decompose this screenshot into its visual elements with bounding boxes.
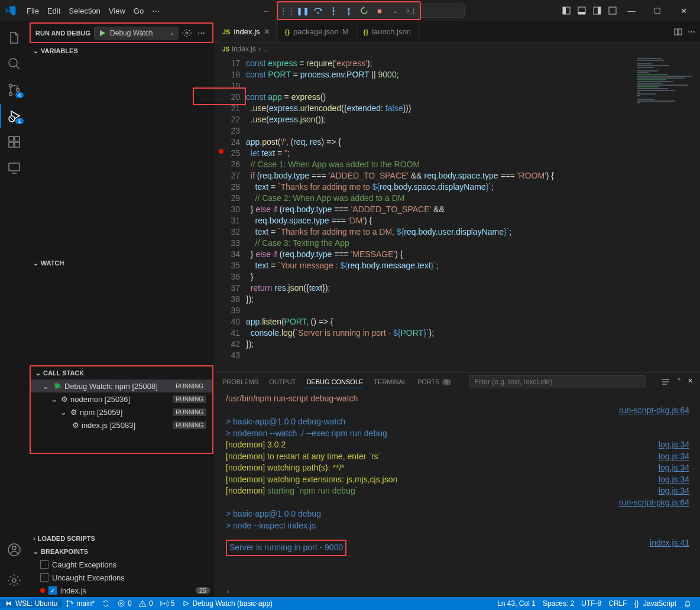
tab-ports[interactable]: PORTS5 [417, 376, 451, 388]
layout-4-icon[interactable] [605, 4, 620, 18]
nav-back-icon[interactable]: ← [259, 3, 274, 18]
close-tab-icon[interactable]: ✕ [264, 27, 270, 36]
compare-icon[interactable] [673, 27, 683, 37]
encoding-status[interactable]: UTF-8 [578, 599, 605, 608]
line-gutter[interactable]: 1718192021222324252627282930313233343536… [215, 56, 246, 372]
clear-console-icon[interactable] [661, 377, 670, 387]
variables-section[interactable]: ⌄VARIABLES [28, 44, 215, 57]
minimap[interactable] [635, 56, 700, 372]
svg-rect-5 [578, 12, 585, 14]
more-tab-icon[interactable]: ⋯ [688, 27, 695, 36]
close-panel-icon[interactable]: ✕ [688, 377, 693, 387]
sync-icon [102, 599, 110, 608]
svg-point-16 [9, 85, 12, 87]
layout-1-icon[interactable] [559, 4, 573, 18]
watch-section[interactable]: ⌄WATCH [28, 257, 215, 270]
minimize-icon[interactable]: — [620, 2, 643, 19]
svg-point-28 [12, 546, 16, 550]
extensions-icon[interactable] [0, 130, 28, 154]
more-actions-icon[interactable]: ⋯ [195, 28, 208, 37]
gear-icon[interactable] [182, 28, 192, 38]
maximize-panel-icon[interactable]: ⌃ [676, 377, 682, 387]
callstack-item[interactable]: ⌄🪲 Debug Watch: npm [25008]RUNNING [31, 379, 212, 392]
tab-output[interactable]: OUTPUT [269, 376, 296, 388]
debug-toolbar: ⋮⋮ ❚❚ ■ ⌄ >_| [277, 1, 421, 20]
checkbox-icon[interactable] [40, 560, 48, 569]
remote-status[interactable]: WSL: Ubuntu [0, 599, 62, 608]
restart-icon[interactable] [357, 4, 371, 18]
debug-cmd-icon[interactable]: >_| [403, 4, 417, 18]
tab-package-json[interactable]: {} package.json M [278, 21, 357, 42]
debug-dropdown-icon[interactable]: ⌄ [388, 4, 402, 18]
callstack-header[interactable]: ⌄CALL STACK [31, 366, 212, 379]
search-activity-icon[interactable] [0, 52, 28, 76]
sync-status[interactable] [98, 599, 114, 608]
notifications-icon[interactable] [680, 599, 695, 608]
breakpoint-caught[interactable]: Caught Exceptions [28, 558, 215, 571]
process-icon: ⚙ [61, 395, 68, 404]
debug-config-selector[interactable]: Debug Watch ⌄ [94, 27, 179, 40]
indent-status[interactable]: Spaces: 2 [539, 599, 578, 608]
language-status[interactable]: {} JavaScript [631, 599, 680, 608]
svg-rect-3 [563, 7, 566, 14]
console-filter-input[interactable] [469, 375, 646, 388]
loaded-scripts-section[interactable]: ›LOADED SCRIPTS [28, 532, 215, 545]
tab-index-js[interactable]: JS index.js ✕ [215, 21, 278, 42]
source-control-icon[interactable]: 4 [0, 78, 28, 102]
run-debug-icon[interactable]: 1 [0, 104, 28, 128]
menu-more[interactable]: ⋯ [148, 7, 164, 15]
close-window-icon[interactable]: ✕ [672, 2, 695, 19]
menu-selection[interactable]: Selection [64, 7, 104, 15]
tab-debug-console[interactable]: DEBUG CONSOLE [306, 376, 363, 388]
breakpoints-section[interactable]: ⌄BREAKPOINTS [28, 545, 215, 558]
scm-badge: 4 [15, 92, 24, 98]
accounts-icon[interactable] [0, 538, 28, 562]
json-file-icon: {} [364, 28, 369, 35]
step-out-icon[interactable] [342, 4, 356, 18]
breadcrumb[interactable]: JS index.js › ... [215, 43, 700, 56]
settings-activity-icon[interactable] [0, 569, 28, 592]
ports-status[interactable]: 5 [157, 599, 179, 608]
menu-file[interactable]: File [22, 7, 43, 15]
svg-rect-31 [675, 29, 678, 35]
layout-2-icon[interactable] [575, 4, 589, 18]
debug-status[interactable]: Debug Watch (basic-app) [178, 599, 276, 608]
branch-icon [66, 599, 74, 608]
step-into-icon[interactable] [326, 4, 341, 18]
stop-icon[interactable]: ■ [372, 4, 387, 18]
branch-status[interactable]: main* [62, 599, 98, 608]
svg-point-18 [17, 89, 20, 92]
cursor-position[interactable]: Ln 43, Col 1 [494, 599, 539, 608]
breakpoint-file[interactable]: ✓index.js25 [28, 584, 215, 597]
callstack-item[interactable]: ⌄⚙ nodemon [25036]RUNNING [31, 392, 212, 405]
drag-handle-icon[interactable]: ⋮⋮ [280, 4, 294, 18]
remote-explorer-icon[interactable] [0, 156, 28, 180]
layout-3-icon[interactable] [590, 4, 604, 18]
step-over-icon[interactable] [311, 4, 325, 18]
menu-edit[interactable]: Edit [43, 7, 64, 15]
maximize-icon[interactable]: ☐ [646, 2, 669, 19]
tab-launch-json[interactable]: {} launch.json [357, 21, 419, 42]
menu-go[interactable]: Go [129, 7, 148, 15]
debug-console[interactable]: /usr/bin/npm run-script debug-watchrun-s… [215, 391, 700, 586]
breakpoint-uncaught[interactable]: Uncaught Exceptions [28, 571, 215, 584]
pause-icon[interactable]: ❚❚ [296, 4, 310, 18]
svg-rect-23 [15, 142, 20, 147]
callstack-item[interactable]: ⌄⚙ npm [25059]RUNNING [31, 405, 212, 418]
checkbox-icon[interactable] [40, 573, 48, 582]
js-file-icon: JS [222, 28, 230, 35]
callstack-item[interactable]: ⚙ index.js [25083]RUNNING [31, 418, 212, 431]
console-prompt[interactable]: › [215, 586, 700, 597]
errors-status[interactable]: 0 0 [114, 599, 157, 608]
breakpoint-indicator-icon[interactable] [219, 149, 223, 154]
code-editor[interactable]: 1718192021222324252627282930313233343536… [215, 56, 700, 372]
eol-status[interactable]: CRLF [605, 599, 630, 608]
tab-terminal[interactable]: TERMINAL [374, 376, 407, 388]
debug-badge: 1 [15, 118, 24, 124]
explorer-icon[interactable] [0, 26, 28, 50]
checkbox-icon[interactable]: ✓ [48, 586, 57, 595]
menu-view[interactable]: View [105, 7, 129, 15]
tab-problems[interactable]: PROBLEMS [222, 376, 258, 388]
debug-icon [182, 599, 190, 608]
debug-sidebar: RUN AND DEBUG Debug Watch ⌄ ⋯ ⌄VARIABLES… [28, 21, 215, 597]
